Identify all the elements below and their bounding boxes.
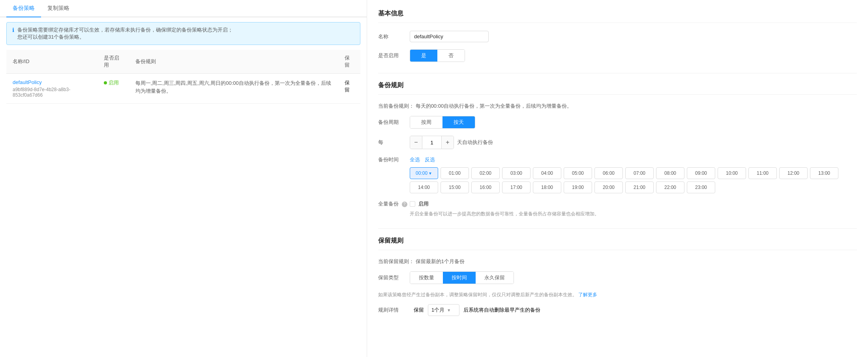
info-banner: ℹ 备份策略需要绑定存储库才可以生效，若存储库未执行备份，确保绑定的备份策略状态…: [6, 22, 360, 45]
rule-text: 每周一,周二,周三,周四,周五,周六,周日的00:00自动执行备份，第一次为全量…: [135, 80, 331, 94]
enabled-toggle-group: 是 否: [410, 49, 465, 62]
col-status: 是否启用: [97, 50, 129, 74]
policy-name[interactable]: defaultPolicy: [13, 79, 91, 85]
tabs-bar: 备份策略 复制策略: [0, 0, 367, 17]
table-row[interactable]: defaultPolicy a9bf889d-8d7e-4b28-a8b3-85…: [6, 74, 360, 104]
time-slot-1100[interactable]: 11:00: [748, 167, 777, 179]
name-input[interactable]: [410, 31, 489, 42]
info-icon: ℹ: [12, 27, 14, 33]
status-badge: 启用: [104, 79, 119, 86]
retention-type-group: 按数量 按时间 永久保留: [410, 271, 514, 284]
time-slot-1700[interactable]: 17:00: [502, 181, 531, 193]
col-name: 名称/ID: [6, 50, 97, 74]
full-backup-help-icon[interactable]: ?: [402, 202, 407, 207]
time-slot-2200[interactable]: 22:00: [656, 181, 684, 193]
cycle-label: 备份周期: [378, 119, 410, 126]
current-retention-rule-text: 当前保留规则： 保留最新的1个月备份: [378, 258, 857, 265]
policy-table-container: 名称/ID 是否启用 备份规则 保留 defaultPolicy a9bf889…: [6, 50, 360, 357]
interval-unit: 天自动执行备份: [457, 139, 493, 146]
retention-period-select[interactable]: 1个月 ▼: [428, 304, 459, 316]
rule-detail-keep: 保留: [414, 307, 424, 314]
retention-rule-section: 保留规则 当前保留规则： 保留最新的1个月备份 保留类型 按数量 按时间 永久保…: [378, 237, 857, 316]
full-backup-label: 全量备份 ?: [378, 200, 410, 207]
retention-type-label: 保留类型: [378, 274, 410, 281]
info-banner-text: 备份策略需要绑定存储库才可以生效，若存储库未执行备份，确保绑定的备份策略状态为开…: [17, 26, 233, 41]
retention-permanent-button[interactable]: 永久保留: [476, 272, 514, 284]
interval-row: 每 − + 天自动执行备份: [378, 136, 857, 149]
retention-by-time-button[interactable]: 按时间: [443, 272, 476, 284]
time-slot-1600[interactable]: 16:00: [471, 181, 500, 193]
time-slot-dropdown-icon: ▼: [428, 171, 432, 176]
full-backup-status: 启用: [418, 200, 429, 207]
retention-text: 保留: [345, 80, 350, 93]
full-backup-content: 启用 开启全量备份可以进一步提高您的数据备份可靠性，全量备份所占存储容量也会相应…: [410, 200, 599, 217]
policy-id: a9bf889d-8d7e-4b28-a8b3-853cf0a67d66: [13, 87, 91, 98]
retention-rule-title: 保留规则: [378, 237, 857, 250]
time-grid: 00:00 ▼01:0002:0003:0004:0005:0006:0007:…: [410, 167, 857, 193]
time-slot-2000[interactable]: 20:00: [594, 181, 623, 193]
stepper-plus-button[interactable]: +: [442, 136, 454, 149]
retention-warning: 如果该策略曾经产生过备份副本，调整策略保留时间，仅仅只对调整后新产生的备份副本生…: [378, 291, 857, 299]
full-backup-checkbox[interactable]: [410, 201, 415, 207]
right-panel: 基本信息 名称 是否启用 是 否 备份规则 当前备份规则： 每天的00:00自动…: [367, 0, 868, 357]
tab-replica[interactable]: 复制策略: [41, 0, 76, 17]
policy-table: 名称/ID 是否启用 备份规则 保留 defaultPolicy a9bf889…: [6, 50, 360, 104]
cycle-toggle-group: 按周 按天: [410, 116, 475, 129]
full-backup-description: 开启全量备份可以进一步提高您的数据备份可靠性，全量备份所占存储容量也会相应增加。: [410, 211, 599, 217]
time-slot-0300[interactable]: 03:00: [502, 167, 531, 179]
select-arrow-icon: ▼: [447, 308, 451, 312]
cycle-daily-button[interactable]: 按天: [442, 116, 475, 128]
retention-type-row: 保留类型 按数量 按时间 永久保留: [378, 271, 857, 284]
enabled-no-button[interactable]: 否: [437, 50, 465, 62]
rule-detail-suffix: 后系统将自动删除最早产生的备份: [463, 307, 540, 314]
full-backup-row: 全量备份 ? 启用 开启全量备份可以进一步提高您的数据备份可靠性，全量备份所占存…: [378, 200, 857, 217]
time-slot-0800[interactable]: 08:00: [656, 167, 684, 179]
time-slot-1300[interactable]: 13:00: [810, 167, 838, 179]
rule-detail-label: 规则详情: [378, 307, 410, 314]
time-slot-1800[interactable]: 18:00: [533, 181, 561, 193]
current-rule-text: 当前备份规则： 每天的00:00自动执行备份，第一次为全量备份，后续均为增量备份…: [378, 103, 857, 110]
time-slot-1000[interactable]: 10:00: [718, 167, 746, 179]
time-slot-0200[interactable]: 02:00: [471, 167, 500, 179]
col-rule: 备份规则: [129, 50, 339, 74]
cycle-weekly-button[interactable]: 按周: [410, 116, 442, 128]
cycle-row: 备份周期 按周 按天: [378, 116, 857, 129]
interval-input[interactable]: [422, 136, 442, 149]
enabled-row: 是否启用 是 否: [378, 49, 857, 62]
basic-info-title: 基本信息: [378, 9, 857, 23]
time-row: 备份时间 全选 反选 00:00 ▼01:0002:0003:0004:0005…: [378, 156, 857, 193]
time-slot-1900[interactable]: 19:00: [564, 181, 592, 193]
basic-info-section: 基本信息 名称 是否启用 是 否: [378, 9, 857, 62]
name-row: 名称: [378, 31, 857, 42]
tab-backup[interactable]: 备份策略: [6, 0, 41, 17]
time-slot-0600[interactable]: 06:00: [594, 167, 623, 179]
time-slot-2100[interactable]: 21:00: [625, 181, 654, 193]
time-slot-2300[interactable]: 23:00: [687, 181, 715, 193]
time-label: 备份时间: [378, 156, 410, 163]
time-slot-0900[interactable]: 09:00: [687, 167, 715, 179]
time-slot-0100[interactable]: 01:00: [441, 167, 469, 179]
time-slot-1400[interactable]: 14:00: [410, 181, 438, 193]
name-label: 名称: [378, 33, 410, 40]
time-slot-0000[interactable]: 00:00 ▼: [410, 167, 438, 179]
retention-by-count-button[interactable]: 按数量: [410, 272, 443, 284]
time-slot-1200[interactable]: 12:00: [779, 167, 808, 179]
left-panel: 备份策略 复制策略 ℹ 备份策略需要绑定存储库才可以生效，若存储库未执行备份，确…: [0, 0, 367, 357]
time-slot-0700[interactable]: 07:00: [625, 167, 654, 179]
time-slot-0400[interactable]: 04:00: [533, 167, 561, 179]
enabled-yes-button[interactable]: 是: [410, 50, 437, 62]
time-slot-0500[interactable]: 05:00: [564, 167, 592, 179]
col-retention: 保留: [338, 50, 360, 74]
time-actions: 全选 反选: [410, 156, 857, 163]
learn-more-link[interactable]: 了解更多: [578, 292, 597, 297]
rule-detail-row: 规则详情 保留 1个月 ▼ 后系统将自动删除最早产生的备份: [378, 304, 857, 316]
select-all-link[interactable]: 全选: [410, 156, 420, 163]
interval-stepper: − +: [410, 136, 454, 149]
stepper-minus-button[interactable]: −: [410, 136, 422, 149]
time-slots-container: 全选 反选 00:00 ▼01:0002:0003:0004:0005:0006…: [410, 156, 857, 193]
time-slot-1500[interactable]: 15:00: [441, 181, 469, 193]
deselect-all-link[interactable]: 反选: [425, 156, 435, 163]
backup-rule-title: 备份规则: [378, 81, 857, 95]
enabled-label: 是否启用: [378, 52, 410, 59]
interval-label: 每: [378, 139, 410, 146]
